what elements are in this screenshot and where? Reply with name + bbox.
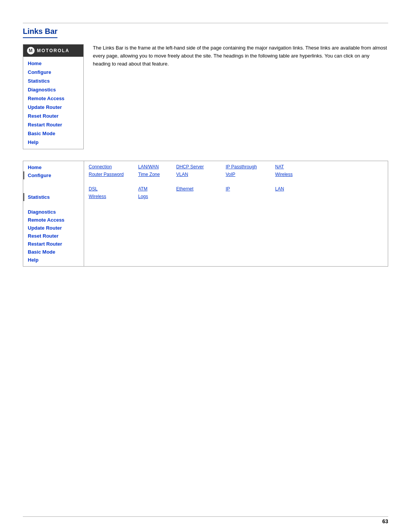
table-nav-2: Home Configure Statistics Diagnostics Re… — [23, 161, 388, 267]
link-lan[interactable]: LAN — [275, 185, 306, 192]
nav2-home[interactable]: Home — [23, 163, 84, 171]
link-ip-passthrough[interactable]: IP Passthrough — [226, 163, 275, 170]
table-nav-left: Home Configure Statistics Diagnostics Re… — [23, 161, 84, 266]
motorola-logo: M MOTOROLA — [23, 45, 83, 57]
nav-help-1[interactable]: Help — [23, 138, 83, 147]
link-logs[interactable]: Logs — [138, 193, 176, 200]
stats-row2: Wireless Logs — [89, 193, 383, 200]
link-wireless-stats[interactable]: Wireless — [89, 193, 138, 200]
logo-m: M — [27, 47, 35, 54]
table-nav-inner: Home Configure Statistics Diagnostics Re… — [23, 161, 388, 266]
content-area: M MOTOROLA Home Configure Statistics Dia… — [23, 44, 388, 149]
nav2-reset-router[interactable]: Reset Router — [23, 232, 84, 240]
nav-configure-1[interactable]: Configure — [23, 68, 83, 77]
nav-diagnostics-1[interactable]: Diagnostics — [23, 85, 83, 94]
top-rule — [23, 23, 388, 23]
nav2-basic-mode[interactable]: Basic Mode — [23, 248, 84, 256]
link-nat[interactable]: NAT — [275, 163, 306, 170]
stats-row1: DSL ATM Ethernet IP LAN — [89, 185, 383, 192]
configure-row1: Connection LAN/WAN DHCP Server IP Passth… — [89, 163, 383, 170]
link-ethernet[interactable]: Ethernet — [176, 185, 226, 192]
nav2-diagnostics[interactable]: Diagnostics — [23, 208, 84, 216]
bottom-rule — [23, 516, 388, 517]
link-wireless-configure[interactable]: Wireless — [275, 171, 306, 178]
configure-row2: Router Password Time Zone VLAN VoIP Wire… — [89, 171, 383, 178]
nav2-configure[interactable]: Configure — [23, 171, 84, 179]
link-lan-wan[interactable]: LAN/WAN — [138, 163, 176, 170]
link-router-password[interactable]: Router Password — [89, 171, 138, 178]
nav-sidebar-1: M MOTOROLA Home Configure Statistics Dia… — [23, 44, 84, 149]
nav2-help[interactable]: Help — [23, 256, 84, 264]
link-voip[interactable]: VoIP — [226, 171, 275, 178]
link-dhcp-server[interactable]: DHCP Server — [176, 163, 226, 170]
logo-text: MOTOROLA — [37, 48, 70, 53]
nav-statistics-1[interactable]: Statistics — [23, 77, 83, 85]
nav2-remote-access[interactable]: Remote Access — [23, 216, 84, 224]
nav2-update-router[interactable]: Update Router — [23, 224, 84, 232]
nav2-restart-router[interactable]: Restart Router — [23, 240, 84, 248]
description-text: The Links Bar is the frame at the left-h… — [93, 44, 388, 149]
link-vlan[interactable]: VLAN — [176, 171, 226, 178]
table-nav-right: Connection LAN/WAN DHCP Server IP Passth… — [84, 161, 388, 266]
page-number: 63 — [382, 518, 388, 524]
link-ip[interactable]: IP — [226, 185, 275, 192]
link-connection[interactable]: Connection — [89, 163, 138, 170]
section-title: Links Bar — [23, 27, 57, 38]
nav-reset-router-1[interactable]: Reset Router — [23, 112, 83, 120]
nav-links-1: Home Configure Statistics Diagnostics Re… — [23, 57, 83, 149]
nav-update-router-1[interactable]: Update Router — [23, 103, 83, 112]
nav-restart-router-1[interactable]: Restart Router — [23, 120, 83, 129]
nav-remote-access-1[interactable]: Remote Access — [23, 94, 83, 103]
nav-basic-mode-1[interactable]: Basic Mode — [23, 129, 83, 138]
link-atm[interactable]: ATM — [138, 185, 176, 192]
nav-home-1[interactable]: Home — [23, 59, 83, 68]
link-dsl[interactable]: DSL — [89, 185, 138, 192]
link-time-zone[interactable]: Time Zone — [138, 171, 176, 178]
nav2-statistics[interactable]: Statistics — [23, 193, 84, 201]
